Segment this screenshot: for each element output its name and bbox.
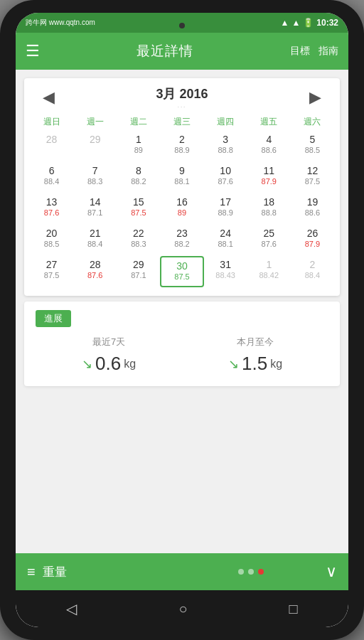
table-row[interactable]: 888.2 <box>117 162 160 193</box>
table-row[interactable]: 189 <box>117 131 160 162</box>
table-row[interactable]: 288.4 <box>291 256 334 287</box>
table-row[interactable]: 1387.6 <box>30 193 73 225</box>
phone-screen: 跨牛网 www.qqtn.com ▲ ▲ 🔋 10:32 ☰ 最近詳情 目標 指… <box>16 13 348 627</box>
home-button[interactable]: ○ <box>178 601 187 617</box>
nav-dot[interactable] <box>238 569 244 575</box>
cal-day-number: 14 <box>90 196 101 208</box>
table-row[interactable]: 1087.6 <box>204 162 247 193</box>
cal-weight-value: 88.4 <box>305 271 320 280</box>
cal-weight-value: 87.6 <box>218 177 232 186</box>
weekday-label: 週五 <box>247 114 291 129</box>
weekday-label: 週日 <box>30 114 73 129</box>
cal-weight-value: 88.9 <box>174 146 189 155</box>
table-row[interactable]: 1988.6 <box>291 193 334 225</box>
next-month-button[interactable]: ▶ <box>302 88 328 107</box>
guide-button[interactable]: 指南 <box>318 45 338 58</box>
cal-day-number: 20 <box>46 228 58 240</box>
table-row[interactable]: 2887.6 <box>73 256 117 287</box>
table-row[interactable]: 2987.1 <box>117 256 160 287</box>
table-row[interactable]: 1587.5 <box>117 193 160 225</box>
table-row[interactable]: 188.42 <box>247 256 291 287</box>
table-row[interactable]: 1689 <box>160 193 203 225</box>
bottom-menu-icon[interactable]: ≡ <box>27 564 36 580</box>
table-row[interactable]: 488.6 <box>247 131 291 162</box>
cal-day-number: 28 <box>90 259 101 271</box>
weekday-label: 週一 <box>73 114 117 129</box>
cal-weight-value: 87.9 <box>305 240 320 249</box>
table-row[interactable]: 2587.6 <box>247 225 291 256</box>
num-weekly: 0.6 <box>95 353 121 375</box>
table-row[interactable]: 1888.8 <box>247 193 291 225</box>
cal-day-number: 12 <box>307 165 318 177</box>
cal-day-number: 19 <box>307 196 318 208</box>
table-row[interactable]: 1287.5 <box>291 162 334 193</box>
cal-weight-value: 87.5 <box>44 271 59 280</box>
arrow-weekly: ↘ <box>82 356 92 372</box>
cal-day-number: 30 <box>176 260 188 272</box>
nav-dot[interactable] <box>248 569 254 575</box>
cal-day-number: 4 <box>266 134 272 146</box>
status-watermark: 跨牛网 www.qqtn.com <box>26 18 95 28</box>
menu-icon[interactable]: ☰ <box>26 42 40 60</box>
weekday-label: 週六 <box>291 114 334 129</box>
cal-day-number: 2 <box>310 259 316 271</box>
table-row[interactable]: 688.4 <box>30 162 73 193</box>
table-row[interactable]: 2687.9 <box>291 225 334 256</box>
camera <box>179 23 185 28</box>
cal-day-number: 13 <box>46 196 58 208</box>
table-row[interactable]: 3087.5 <box>160 256 203 287</box>
cal-day-number: 26 <box>307 228 318 240</box>
table-row[interactable]: 2088.5 <box>30 225 73 256</box>
cal-day-number: 5 <box>310 134 316 146</box>
prev-month-button[interactable]: ◀ <box>36 88 62 107</box>
table-row[interactable]: 788.3 <box>73 162 117 193</box>
cal-day-number: 1 <box>266 259 272 271</box>
cal-day-number: 9 <box>179 165 185 177</box>
table-row[interactable]: 2787.5 <box>30 256 73 287</box>
calendar-grid[interactable]: 2829189288.9388.8488.6588.5688.4788.3888… <box>30 131 334 287</box>
cal-day-number: 8 <box>136 165 141 177</box>
cal-weight-value: 89 <box>134 146 143 155</box>
cal-weight-value: 87.5 <box>174 272 189 282</box>
cal-day-number: 7 <box>92 165 98 177</box>
table-row[interactable]: 388.8 <box>204 131 247 162</box>
bottom-nav-left[interactable]: ≡ 重量 <box>27 564 176 580</box>
progress-row: 最近7天 ↘ 0.6 kg 本月至今 ↘ 1.5 kg <box>36 336 328 375</box>
table-row[interactable]: 2388.2 <box>160 225 203 256</box>
table-row[interactable]: 2288.3 <box>117 225 160 256</box>
cal-day-number: 2 <box>179 134 185 146</box>
value-weekly: ↘ 0.6 kg <box>82 353 136 375</box>
phone-frame: 跨牛网 www.qqtn.com ▲ ▲ 🔋 10:32 ☰ 最近詳情 目標 指… <box>0 0 364 640</box>
cal-day-number: 27 <box>46 259 58 271</box>
page-title: 最近詳情 <box>40 42 290 60</box>
num-monthly: 1.5 <box>242 353 267 375</box>
table-row[interactable]: 288.9 <box>160 131 203 162</box>
table-row[interactable]: 988.1 <box>160 162 203 193</box>
table-row[interactable]: 1187.9 <box>247 162 291 193</box>
back-button[interactable]: ◁ <box>66 600 77 617</box>
table-row[interactable]: 2488.1 <box>204 225 247 256</box>
month-title: 3月 2016 <box>156 85 208 102</box>
nav-dot-active[interactable] <box>258 569 264 575</box>
table-row[interactable]: 2188.4 <box>73 225 117 256</box>
recent-button[interactable]: □ <box>289 601 297 617</box>
weekday-label: 週四 <box>204 114 247 129</box>
bottom-nav-chevron[interactable]: ∨ <box>326 562 337 581</box>
table-row[interactable]: 28 <box>30 131 73 162</box>
cal-weight-value: 88.5 <box>44 240 59 249</box>
progress-item-monthly: 本月至今 ↘ 1.5 kg <box>228 336 282 375</box>
cal-weight-value: 87.6 <box>44 208 59 218</box>
cal-weight-value: 88.1 <box>218 240 232 249</box>
table-row[interactable]: 1487.1 <box>73 193 117 225</box>
table-row[interactable]: 1788.9 <box>204 193 247 225</box>
cal-day-number: 22 <box>133 228 144 240</box>
cal-day-number: 15 <box>133 196 144 208</box>
weekdays-header: 週日週一週二週三週四週五週六 <box>30 114 334 129</box>
cal-day-number: 11 <box>263 165 274 177</box>
table-row[interactable]: 29 <box>73 131 117 162</box>
cal-day-number: 1 <box>136 134 141 146</box>
table-row[interactable]: 588.5 <box>291 131 334 162</box>
goal-button[interactable]: 目標 <box>290 45 310 58</box>
cal-weight-value: 88.3 <box>87 177 102 186</box>
table-row[interactable]: 3188.43 <box>204 256 247 287</box>
